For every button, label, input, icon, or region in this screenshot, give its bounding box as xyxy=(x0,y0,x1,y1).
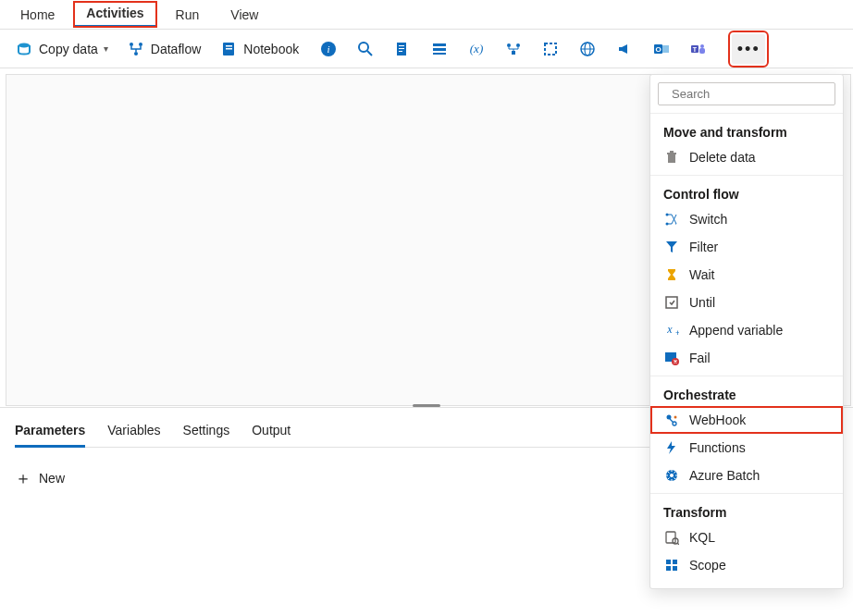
svg-rect-54 xyxy=(673,560,677,564)
subtab-parameters[interactable]: Parameters xyxy=(15,419,85,448)
menu-webhook[interactable]: WebHook xyxy=(650,406,843,434)
pipeline-icon xyxy=(505,41,522,57)
svg-rect-56 xyxy=(673,566,677,571)
copy-data-label: Copy data xyxy=(39,42,98,56)
outlook-button[interactable]: O xyxy=(647,34,676,64)
section-move-transform: Move and transform xyxy=(650,117,843,143)
notebook-icon xyxy=(219,40,238,58)
dataflow-label: Dataflow xyxy=(151,42,201,56)
switch-icon xyxy=(663,211,680,228)
svg-rect-16 xyxy=(433,48,446,51)
svg-rect-14 xyxy=(399,51,402,52)
menu-fail[interactable]: Fail xyxy=(650,344,843,372)
dataflow-button[interactable]: Dataflow xyxy=(119,36,208,62)
svg-point-47 xyxy=(674,416,677,419)
menu-filter[interactable]: Filter xyxy=(650,233,843,261)
tab-view[interactable]: View xyxy=(217,3,271,27)
svg-rect-12 xyxy=(399,45,404,46)
svg-text:x: x xyxy=(666,323,673,336)
svg-point-19 xyxy=(507,43,511,47)
svg-rect-6 xyxy=(226,48,232,50)
info-icon: i xyxy=(320,41,337,57)
menu-switch[interactable]: Switch xyxy=(650,205,843,233)
megaphone-icon xyxy=(616,41,633,57)
menu-scope[interactable]: Scope xyxy=(650,551,843,579)
svg-rect-32 xyxy=(699,48,705,54)
variable-icon: (x) xyxy=(468,41,485,57)
subtab-settings[interactable]: Settings xyxy=(183,419,230,447)
section-transform: Transform xyxy=(650,498,843,524)
trash-icon xyxy=(663,149,680,166)
web-button[interactable] xyxy=(573,34,602,64)
chevron-down-icon: ▾ xyxy=(104,43,108,54)
webhook-icon xyxy=(663,412,680,428)
scope-icon xyxy=(663,557,680,573)
teams-button[interactable]: T xyxy=(684,34,713,64)
svg-point-2 xyxy=(139,43,142,46)
ribbon-tabs: Home Activities Run View xyxy=(0,0,853,30)
filter-icon xyxy=(663,239,680,255)
svg-line-52 xyxy=(677,543,679,545)
new-parameter-button[interactable]: ＋ New xyxy=(15,470,65,487)
section-orchestrate: Orchestrate xyxy=(650,380,843,406)
svg-rect-53 xyxy=(666,560,671,564)
menu-kql[interactable]: KQL xyxy=(650,524,843,551)
notebook-button[interactable]: Notebook xyxy=(212,36,306,62)
menu-append-variable[interactable]: x+ Append variable xyxy=(650,316,843,344)
search-box[interactable] xyxy=(658,82,835,105)
svg-point-9 xyxy=(359,43,368,52)
functions-icon xyxy=(663,439,680,456)
script-icon xyxy=(394,41,411,57)
svg-text:+: + xyxy=(675,328,679,338)
copy-data-button[interactable]: Copy data ▾ xyxy=(7,36,116,62)
svg-rect-15 xyxy=(433,43,446,46)
dataflow-icon xyxy=(127,40,145,58)
menu-wait[interactable]: Wait xyxy=(650,261,843,289)
svg-rect-28 xyxy=(662,45,669,53)
svg-rect-36 xyxy=(667,153,676,154)
svg-rect-35 xyxy=(668,154,675,163)
tab-activities[interactable]: Activities xyxy=(73,1,156,28)
announce-button[interactable] xyxy=(610,34,639,64)
svg-text:T: T xyxy=(693,45,698,52)
append-variable-icon: x+ xyxy=(663,322,680,339)
menu-delete-data[interactable]: Delete data xyxy=(650,143,843,171)
menu-until[interactable]: Until xyxy=(650,289,843,316)
menu-functions[interactable]: Functions xyxy=(650,434,843,462)
svg-text:(x): (x) xyxy=(470,42,483,55)
pipeline-button[interactable] xyxy=(499,34,528,64)
variable-button[interactable]: (x) xyxy=(462,34,491,64)
bracket-button[interactable] xyxy=(536,34,565,64)
until-icon xyxy=(663,294,680,311)
svg-point-31 xyxy=(700,44,704,48)
svg-rect-55 xyxy=(666,566,671,571)
search-input[interactable] xyxy=(672,87,827,101)
kql-icon xyxy=(663,529,680,546)
outlook-icon: O xyxy=(653,41,670,57)
search-button[interactable] xyxy=(351,34,380,64)
stored-proc-button[interactable] xyxy=(425,34,454,64)
fail-icon xyxy=(663,350,680,366)
svg-point-20 xyxy=(516,43,520,47)
notebook-label: Notebook xyxy=(243,42,299,56)
script-button[interactable] xyxy=(388,34,417,64)
activities-toolbar: Copy data ▾ Dataflow Notebook i (x) xyxy=(0,30,853,68)
svg-text:O: O xyxy=(656,45,661,54)
magnifier-icon xyxy=(357,41,374,57)
teams-icon: T xyxy=(690,41,707,57)
subtab-output[interactable]: Output xyxy=(252,419,291,447)
svg-line-10 xyxy=(367,51,372,55)
subtab-variables[interactable]: Variables xyxy=(107,419,160,447)
more-activities-button[interactable]: ••• xyxy=(732,34,765,64)
svg-point-1 xyxy=(130,43,133,46)
svg-rect-17 xyxy=(433,53,446,55)
info-button[interactable]: i xyxy=(314,34,343,64)
tab-home[interactable]: Home xyxy=(7,3,68,27)
menu-azure-batch[interactable]: Azure Batch xyxy=(650,462,843,489)
tab-run[interactable]: Run xyxy=(163,3,213,27)
plus-icon: ＋ xyxy=(15,470,31,487)
activities-dropdown: Move and transform Delete data Control f… xyxy=(649,74,844,589)
azure-batch-icon xyxy=(663,467,680,484)
copy-data-icon xyxy=(15,40,33,58)
svg-point-3 xyxy=(134,52,138,55)
